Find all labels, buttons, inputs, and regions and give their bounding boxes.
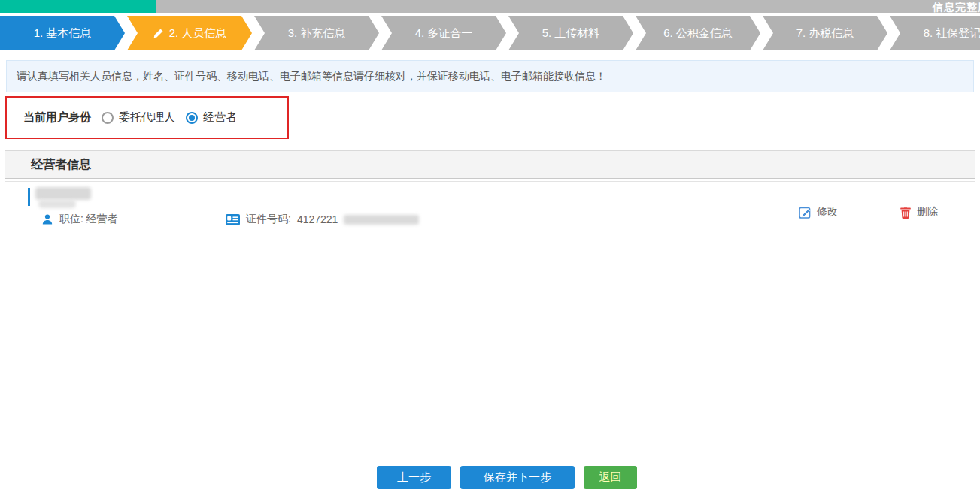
radio-option-agent[interactable]: 委托代理人 <box>102 110 175 125</box>
section-title: 经营者信息 <box>31 157 91 173</box>
progress-fill <box>0 0 156 13</box>
progress-label: 信息完整度 <box>933 1 980 14</box>
radio-label: 委托代理人 <box>119 110 175 125</box>
radio-icon-unselected[interactable] <box>102 112 114 124</box>
step-label: 2. 人员信息 <box>169 26 227 41</box>
id-number-group: 证件号码: 4127221 <box>226 213 419 226</box>
step-label: 1. 基本信息 <box>34 26 92 41</box>
name-accent-bar <box>28 188 30 206</box>
redacted-id-digits <box>344 215 419 225</box>
step-tab-multi-certificate[interactable]: 4. 多证合一 <box>381 16 506 50</box>
redacted-name <box>35 187 91 200</box>
step-tab-basic-info[interactable]: 1. 基本信息 <box>0 16 125 50</box>
step-label: 3. 补充信息 <box>288 26 346 41</box>
step-label: 4. 多证合一 <box>415 26 473 41</box>
footer-button-row: 上一步 保存并下一步 返回 <box>377 466 637 489</box>
save-and-next-button[interactable]: 保存并下一步 <box>460 466 575 489</box>
previous-step-button[interactable]: 上一步 <box>377 466 451 489</box>
step-label: 7. 办税信息 <box>796 26 854 41</box>
radio-option-operator[interactable]: 经营者 <box>186 110 237 125</box>
id-card-icon <box>226 214 240 225</box>
pencil-icon <box>153 28 164 39</box>
return-button[interactable]: 返回 <box>584 466 637 489</box>
edit-icon <box>799 206 812 219</box>
notice-text: 请认真填写相关人员信息，姓名、证件号码、移动电话、电子邮箱等信息请仔细核对，并保… <box>17 70 606 83</box>
delete-button[interactable]: 删除 <box>900 205 938 219</box>
step-tab-housing-fund-info[interactable]: 6. 公积金信息 <box>636 16 760 50</box>
radio-icon-selected[interactable] <box>186 112 198 124</box>
position-group: 职位: 经营者 <box>41 213 118 226</box>
step-tab-upload-materials[interactable]: 5. 上传材料 <box>508 16 633 50</box>
edit-button[interactable]: 修改 <box>799 205 838 219</box>
redacted-name-blur <box>38 200 76 208</box>
id-label: 证件号码: <box>246 213 291 226</box>
completeness-progress-bar: 信息完整度 <box>0 0 980 13</box>
section-header: 经营者信息 <box>5 150 975 179</box>
step-tab-personnel-info[interactable]: 2. 人员信息 <box>127 16 252 50</box>
notice-bar: 请认真填写相关人员信息，姓名、证件号码、移动电话、电子邮箱等信息请仔细核对，并保… <box>6 60 974 92</box>
trash-icon <box>900 206 912 219</box>
edit-label: 修改 <box>817 205 838 219</box>
delete-label: 删除 <box>917 205 938 219</box>
step-tab-tax-info[interactable]: 7. 办税信息 <box>763 16 887 50</box>
radio-label: 经营者 <box>203 110 237 125</box>
identity-label: 当前用户身份 <box>23 110 91 125</box>
id-visible-digits: 4127221 <box>297 213 338 225</box>
step-label: 8. 社保登记 <box>924 26 980 41</box>
person-icon <box>41 213 53 225</box>
step-tab-supplementary-info[interactable]: 3. 补充信息 <box>254 16 379 50</box>
identity-selector-highlight-box: 当前用户身份 委托代理人 经营者 <box>5 96 289 139</box>
step-label: 5. 上传材料 <box>542 26 600 41</box>
step-tab-social-security[interactable]: 8. 社保登记 <box>890 16 980 50</box>
step-label: 6. 公积金信息 <box>663 26 733 41</box>
person-card: 职位: 经营者 证件号码: 4127221 修改 删除 <box>5 181 975 240</box>
position-text: 职位: 经营者 <box>59 213 118 226</box>
step-wizard: 1. 基本信息 2. 人员信息 3. 补充信息 4. 多证合一 5. 上传材料 … <box>0 16 980 50</box>
